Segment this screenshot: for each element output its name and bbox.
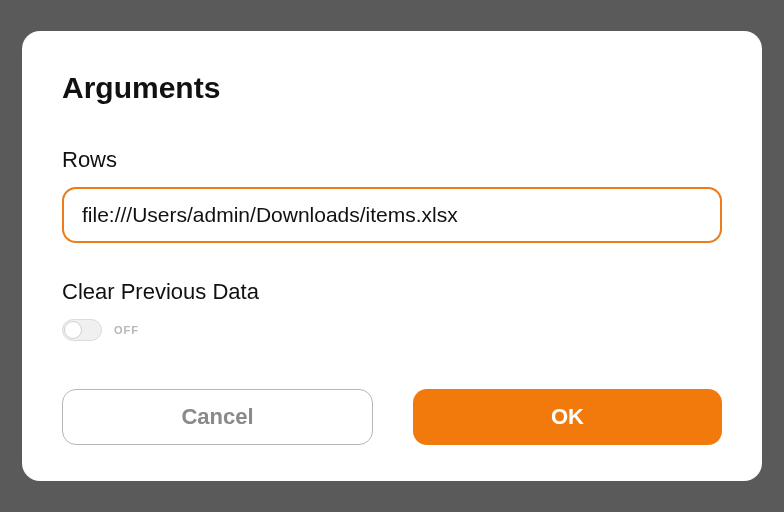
dialog-buttons: Cancel OK	[62, 389, 722, 445]
dialog-title: Arguments	[62, 71, 722, 105]
ok-button[interactable]: OK	[413, 389, 722, 445]
cancel-button[interactable]: Cancel	[62, 389, 373, 445]
clear-previous-toggle[interactable]	[62, 319, 102, 341]
arguments-dialog: Arguments Rows Clear Previous Data OFF C…	[22, 31, 762, 481]
clear-previous-field: Clear Previous Data OFF	[62, 279, 722, 389]
rows-field: Rows	[62, 147, 722, 243]
toggle-knob	[64, 321, 82, 339]
clear-previous-label: Clear Previous Data	[62, 279, 722, 305]
ok-button-label: OK	[551, 404, 584, 430]
rows-label: Rows	[62, 147, 722, 173]
toggle-state-text: OFF	[114, 324, 139, 336]
cancel-button-label: Cancel	[181, 404, 253, 430]
rows-input[interactable]	[62, 187, 722, 243]
